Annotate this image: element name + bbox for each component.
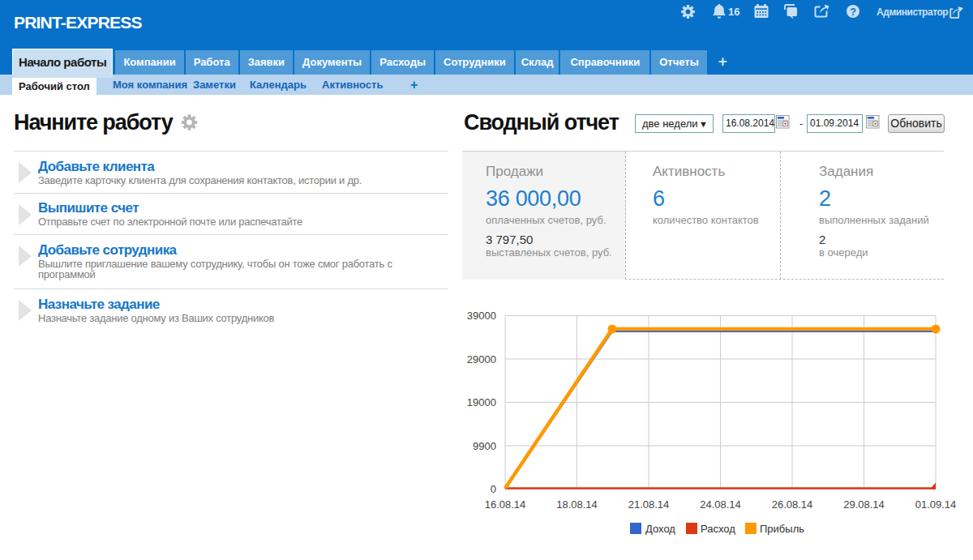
svg-text:29000: 29000 <box>467 353 496 365</box>
svg-text:Прибыль: Прибыль <box>760 523 804 535</box>
svg-text:01.09.14: 01.09.14 <box>915 498 957 511</box>
svg-text:9900: 9900 <box>473 440 496 452</box>
svg-text:19000: 19000 <box>467 396 496 408</box>
svg-text:29.08.14: 29.08.14 <box>843 498 885 511</box>
svg-text:18.08.14: 18.08.14 <box>556 498 598 511</box>
svg-text:Расход: Расход <box>701 523 735 535</box>
svg-text:24.08.14: 24.08.14 <box>700 498 741 511</box>
svg-text:Доход: Доход <box>645 523 675 535</box>
svg-text:21.08.14: 21.08.14 <box>628 498 670 511</box>
svg-text:16.08.14: 16.08.14 <box>485 498 526 511</box>
svg-text:?: ? <box>850 6 856 18</box>
svg-text:26.08.14: 26.08.14 <box>772 498 813 511</box>
svg-text:39000: 39000 <box>467 310 496 322</box>
svg-text:0: 0 <box>491 483 496 495</box>
